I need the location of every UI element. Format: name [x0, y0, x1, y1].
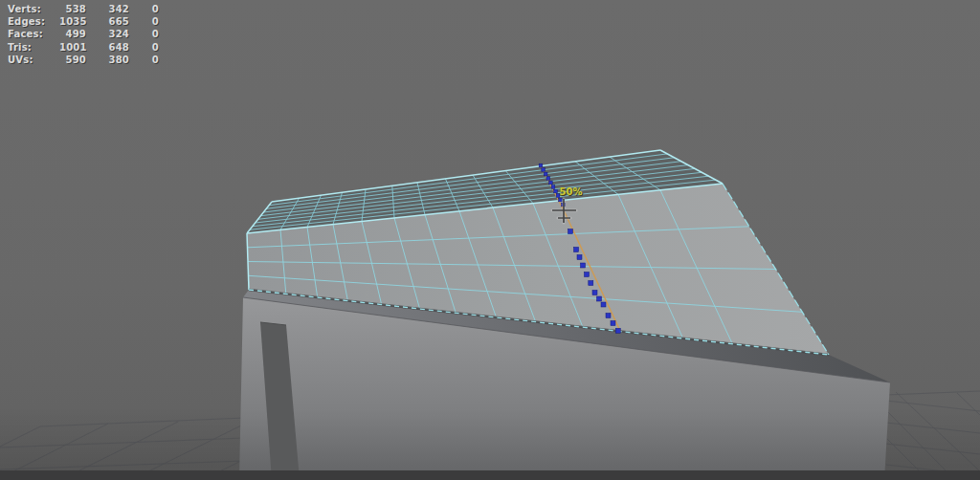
hud-value: 499 [59, 29, 86, 39]
hud-value: 1035 [59, 16, 86, 27]
hud-value: 324 [86, 29, 129, 39]
hud-row-verts: Verts: 538 342 0 [8, 3, 159, 15]
hud-value: 380 [86, 55, 129, 65]
hud-value: 0 [129, 16, 159, 27]
hud-value: 0 [129, 55, 159, 65]
viewport-3d[interactable]: 50% 50% [0, 0, 980, 480]
hud-label: Faces: [8, 29, 59, 39]
bottom-dark-strip [0, 470, 980, 480]
hud-label: Tris: [8, 42, 59, 53]
hud-label: Edges: [8, 16, 59, 27]
hud-value: 0 [129, 42, 159, 53]
hud-value: 1001 [59, 42, 86, 53]
hud-value: 665 [86, 16, 129, 27]
edge-loop-percent-label: 50% [560, 186, 583, 197]
hud-row-edges: Edges: 1035 665 0 [8, 15, 159, 28]
polycount-hud: Verts: 538 342 0 Edges: 1035 665 0 Faces… [8, 3, 159, 66]
hud-value: 342 [86, 4, 129, 14]
hud-value: 0 [129, 4, 159, 14]
hud-row-faces: Faces: 499 324 0 [8, 28, 159, 40]
maya-viewport-window: 50% 50% Verts: 538 342 0 Edges: 1035 665… [0, 0, 980, 480]
hud-row-tris: Tris: 1001 648 0 [8, 41, 159, 54]
hud-value: 590 [59, 55, 86, 65]
hud-label: Verts: [8, 4, 59, 14]
hud-row-uvs: UVs: 590 380 0 [8, 54, 159, 66]
hud-value: 538 [59, 4, 86, 14]
hud-value: 648 [86, 42, 129, 53]
hud-label: UVs: [8, 55, 59, 65]
hud-value: 0 [129, 29, 159, 39]
